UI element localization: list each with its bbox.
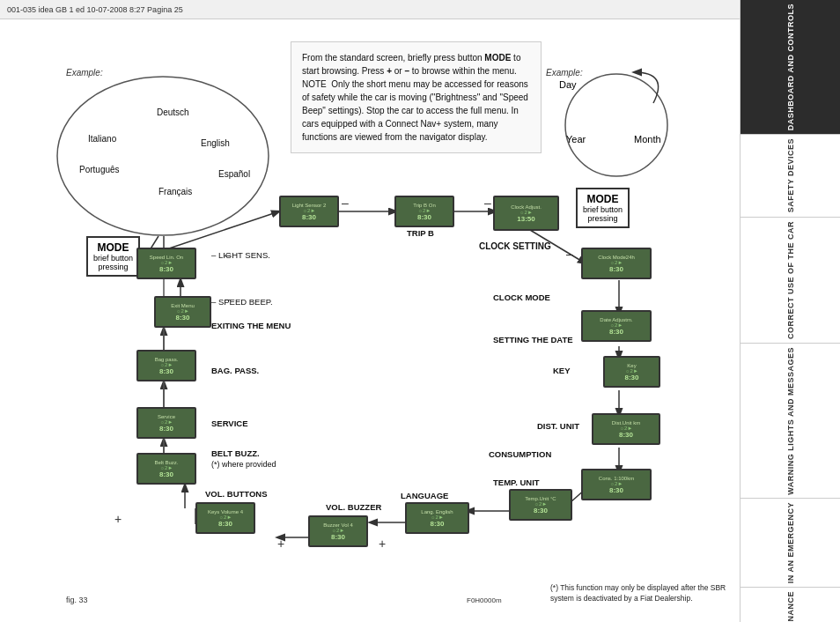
label-vol-buttons: VOL. BUTTONS (205, 489, 268, 499)
sidebar-emergency-label: IN AN EMERGENCY (786, 502, 795, 583)
lcd-exit-menu: Exit Menu ☼2► 8:30 (154, 296, 211, 328)
lcd-date-adjust: Date Adjustm. ☼2► 8:30 (581, 310, 652, 342)
svg-point-11 (565, 74, 667, 176)
label-exiting: EXITING THE MENU (211, 321, 291, 330)
mode-left-title: MODE (93, 241, 133, 254)
label-vol-buzzer: VOL. BUZZER (326, 502, 381, 512)
mode-right-line1: brief button (583, 205, 623, 214)
svg-text:–: – (484, 196, 491, 210)
mode-left-line2: pressing (93, 263, 133, 271)
mode-right-title: MODE (583, 193, 623, 205)
circle-month-label: Month (634, 134, 661, 144)
label-trip-b: TRIP B (407, 228, 434, 238)
lang-deutsch: Deutsch (157, 107, 189, 117)
lcd-clock-adjust: Clock Adjust. ☼2► 13:50 (493, 196, 559, 231)
lcd-key: Key ☼2► 8:30 (603, 356, 660, 388)
diagram-area: – – – – – + + + + From the standard scre… (0, 19, 740, 622)
lang-italiano: Italiano (88, 134, 116, 144)
label-bag-pass: BAG. PASS. (211, 366, 259, 375)
label-light-sens: – LIGHT SENS. (211, 250, 270, 260)
lcd-belt-buzz: Belt Buzz. ☼2► 8:30 (136, 453, 196, 485)
mode-box-right: MODE brief button pressing (576, 188, 630, 228)
lcd-buzzer-vol: Buzzer Vol 4 ☼2► 8:30 (308, 515, 368, 547)
lcd-dist-unit: Dist.Unit km ☼2► 8:30 (592, 413, 660, 445)
label-clock-mode: CLOCK MODE (493, 292, 550, 302)
sidebar: DASHBOARD AND CONTROLS SAFETY DEVICES CO… (740, 0, 840, 622)
lcd-light-sensor: Light Sensor 2 ☼2► 8:30 (279, 196, 339, 227)
sidebar-safety[interactable]: SAFETY DEVICES (741, 135, 840, 217)
info-text: From the standard screen, briefly press … (302, 53, 528, 142)
svg-text:–: – (342, 196, 349, 210)
label-belt-note: (*) where provided (211, 460, 276, 469)
sidebar-correct-label: CORRECT USE OF THE CAR (786, 221, 795, 339)
sidebar-dashboard-label: DASHBOARD AND CONTROLS (786, 4, 795, 130)
lcd-speed-lin: Speed Lin. On ☼2► 8:30 (136, 248, 196, 279)
sidebar-warning-label: WARNING LIGHTS AND MESSAGES (786, 347, 795, 495)
label-setting-date: SETTING THE DATE (493, 335, 573, 344)
lcd-bag-pass: Bag pass. ☼2► 8:30 (136, 350, 196, 381)
label-consumption: CONSUMPTION (489, 449, 551, 459)
mode-word: MODE (484, 53, 511, 63)
svg-text:+: + (114, 512, 122, 526)
circle-day-label: Day (559, 79, 577, 90)
lcd-clock-mode: Clock Mode24h ☼2► 8:30 (581, 248, 652, 279)
mode-box-left: MODE brief button pressing (86, 236, 140, 277)
sidebar-maintenance[interactable]: CAR MAINTENANCE (741, 588, 840, 622)
svg-text:+: + (379, 537, 386, 551)
mode-left-line1: brief button (93, 254, 133, 263)
fig-label: fig. 33 (66, 596, 88, 604)
svg-point-10 (57, 77, 269, 235)
label-temp-unit: TEMP. UNIT (493, 478, 540, 487)
sidebar-maintenance-label: CAR MAINTENANCE (786, 591, 795, 622)
top-bar-text: 001-035 idea GB 1 ed 10-07-2008 8:27 Pag… (7, 5, 183, 14)
lcd-lang-english: Lang. English ☼2► 8:30 (405, 502, 469, 534)
lcd-cons: Cons. 1:100km ☼2► 8:30 (581, 469, 652, 500)
info-box: From the standard screen, briefly press … (291, 41, 542, 153)
top-bar: 001-035 idea GB 1 ed 10-07-2008 8:27 Pag… (0, 0, 740, 19)
label-service: SERVICE (211, 418, 248, 428)
label-language: LANGUAGE (401, 491, 448, 500)
lang-portugues: Português (79, 165, 120, 174)
svg-text:+: + (277, 537, 284, 551)
sidebar-correct[interactable]: CORRECT USE OF THE CAR (741, 218, 840, 344)
sidebar-emergency[interactable]: IN AN EMERGENCY (741, 499, 840, 588)
lcd-temp-unit: Temp.Unit °C ☼2► 8:30 (509, 489, 572, 521)
lcd-trip-b: Trip B On ☼2► 8:30 (394, 196, 454, 227)
sidebar-dashboard[interactable]: DASHBOARD AND CONTROLS (741, 0, 840, 135)
label-key: KEY (553, 366, 571, 375)
circle-year-label: Year (566, 134, 586, 144)
lcd-service: Service ☼2► 8:30 (136, 407, 196, 439)
sidebar-safety-label: SAFETY DEVICES (786, 138, 795, 212)
label-speed-beep: – SPEED BEEP. (211, 297, 273, 307)
label-belt-buzz: BELT BUZZ. (211, 448, 260, 458)
footnote-text: (*) This function may only be displayed … (550, 583, 726, 604)
sidebar-warning[interactable]: WARNING LIGHTS AND MESSAGES (741, 344, 840, 500)
lang-francais: Français (158, 187, 192, 196)
svg-text:–: – (566, 247, 573, 261)
lcd-keys-volume: Keys Volume 4 ☼2► 8:30 (195, 502, 255, 534)
code-label: F0H0000m (467, 596, 502, 604)
example-left: Example: (66, 68, 103, 78)
mode-right-line2: pressing (583, 214, 623, 223)
label-dist-unit: DIST. UNIT (537, 421, 579, 431)
lang-english: English (201, 138, 230, 148)
lang-espanol: Español (218, 169, 250, 179)
example-right: Example: (546, 68, 583, 78)
label-clock-setting: CLOCK SETTING (479, 241, 551, 251)
